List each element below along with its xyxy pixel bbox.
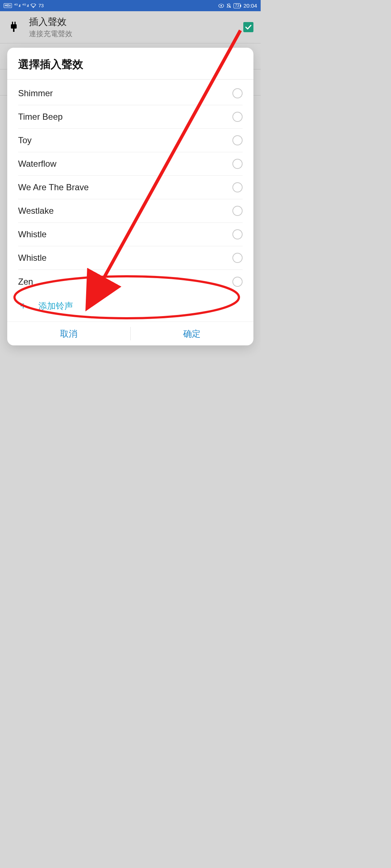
divider (7, 79, 253, 80)
svg-point-2 (220, 5, 222, 7)
radio-unchecked-icon[interactable] (232, 112, 243, 122)
status-right: 73 20:04 (218, 3, 257, 9)
hd-icon: HD2 (4, 3, 12, 8)
wifi-number: 73 (38, 3, 43, 8)
ok-button[interactable]: 确定 (131, 322, 254, 345)
sound-option-label: Whistle (18, 229, 47, 239)
sound-option-label: Westlake (18, 206, 54, 216)
status-time: 20:04 (243, 3, 257, 9)
setting-row-subtitle: 連接充電聲效 (29, 29, 235, 39)
sound-option[interactable]: Whistle (18, 246, 243, 270)
setting-row-title: 插入聲效 (29, 16, 235, 28)
setting-row-plugin-sound[interactable]: 插入聲效 連接充電聲效 (0, 11, 261, 43)
radio-unchecked-icon[interactable] (232, 182, 243, 192)
signal-2-icon: 4G.ıll (22, 4, 29, 8)
add-ringtone-button[interactable]: + 添加铃声 (7, 293, 253, 322)
sound-list[interactable]: ShimmerTimer BeepToyWaterflowWe Are The … (7, 82, 253, 293)
eye-icon (218, 4, 224, 8)
dialog-button-bar: 取消 确定 (7, 322, 253, 345)
cancel-button[interactable]: 取消 (7, 322, 130, 345)
sound-option-label: Waterflow (18, 159, 56, 169)
radio-unchecked-icon[interactable] (232, 135, 243, 145)
radio-unchecked-icon[interactable] (232, 88, 243, 98)
sound-option[interactable]: Shimmer (18, 82, 243, 105)
plug-icon (7, 22, 20, 33)
signal-1-icon: 4G.ıll (14, 4, 20, 8)
wifi-icon (30, 4, 36, 8)
radio-unchecked-icon[interactable] (232, 253, 243, 263)
mute-icon (226, 3, 231, 8)
sound-option[interactable]: We Are The Brave (18, 176, 243, 199)
plus-icon: + (18, 300, 28, 312)
add-ringtone-label: 添加铃声 (38, 300, 73, 312)
sound-option[interactable]: Timer Beep (18, 105, 243, 129)
radio-unchecked-icon[interactable] (232, 159, 243, 169)
svg-rect-7 (13, 29, 14, 32)
sound-option[interactable]: Westlake (18, 199, 243, 223)
sound-option-label: We Are The Brave (18, 182, 89, 192)
svg-point-0 (33, 6, 34, 7)
checkbox-enabled[interactable] (243, 22, 253, 32)
sound-option[interactable]: Waterflow (18, 152, 243, 176)
cancel-label: 取消 (60, 328, 77, 340)
svg-rect-5 (14, 22, 16, 24)
check-icon (245, 24, 252, 31)
sound-option-label: Whistle (18, 253, 47, 263)
sound-option-label: Shimmer (18, 88, 53, 98)
dialog-title: 選擇插入聲效 (7, 48, 253, 79)
sound-option[interactable]: Zen (18, 270, 243, 293)
radio-unchecked-icon[interactable] (232, 277, 243, 287)
sound-picker-dialog: 選擇插入聲效 ShimmerTimer BeepToyWaterflowWe A… (7, 48, 253, 345)
sound-option[interactable]: Toy (18, 129, 243, 152)
radio-unchecked-icon[interactable] (232, 206, 243, 216)
status-left: HD2 4G.ıll 4G.ıll 73 (4, 3, 44, 8)
radio-unchecked-icon[interactable] (232, 229, 243, 239)
ok-label: 确定 (183, 328, 201, 340)
sound-option-label: Timer Beep (18, 112, 63, 122)
battery-icon: 73 (234, 3, 240, 8)
sound-option-label: Toy (18, 135, 31, 145)
status-bar: HD2 4G.ıll 4G.ıll 73 73 20:04 (0, 0, 261, 11)
sound-option[interactable]: Whistle (18, 223, 243, 246)
svg-rect-6 (11, 24, 17, 29)
svg-rect-4 (12, 22, 13, 24)
sound-option-label: Zen (18, 277, 33, 287)
